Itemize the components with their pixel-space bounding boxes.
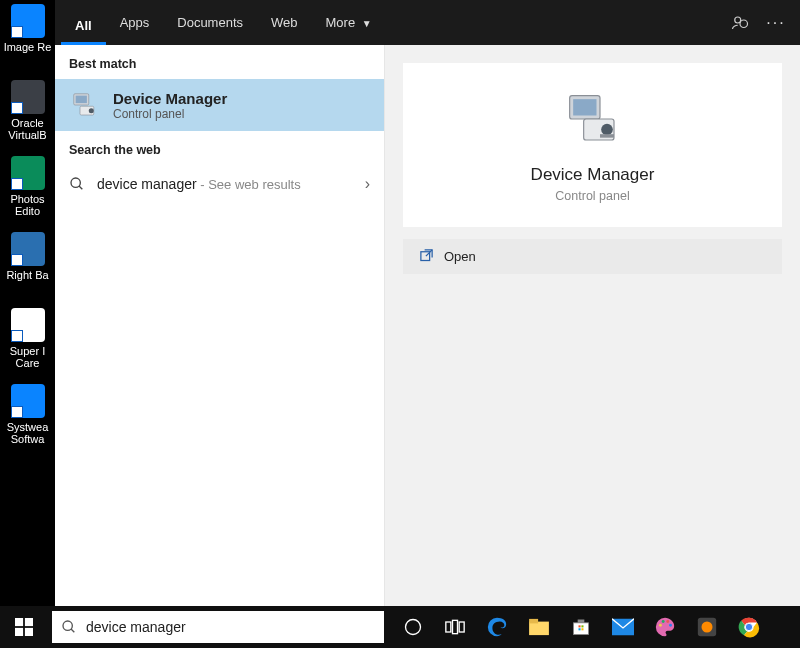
svg-line-7 — [79, 186, 82, 189]
open-icon — [419, 248, 434, 263]
svg-point-34 — [659, 624, 662, 627]
web-suffix: - See web results — [197, 177, 301, 192]
svg-rect-26 — [529, 619, 538, 624]
tab-more[interactable]: More ▼ — [312, 0, 386, 45]
result-subtitle: Control panel — [113, 107, 227, 121]
svg-rect-25 — [529, 622, 549, 636]
edge-icon[interactable] — [476, 606, 518, 648]
device-manager-icon — [565, 91, 621, 147]
desktop-icon[interactable]: Right Ba — [3, 232, 53, 302]
svg-rect-27 — [574, 623, 589, 635]
search-tabbar: All Apps Documents Web More ▼ ··· — [55, 0, 800, 45]
svg-point-5 — [89, 108, 94, 113]
desktop-icon-label: Image Re — [4, 41, 52, 53]
preview-title: Device Manager — [531, 165, 655, 185]
svg-rect-3 — [76, 96, 87, 104]
file-explorer-icon[interactable] — [518, 606, 560, 648]
svg-point-39 — [702, 622, 713, 633]
svg-rect-29 — [579, 625, 581, 627]
svg-rect-30 — [581, 625, 583, 627]
open-label: Open — [444, 249, 476, 264]
cortana-icon[interactable] — [392, 606, 434, 648]
feedback-icon[interactable] — [722, 5, 758, 41]
store-icon[interactable] — [560, 606, 602, 648]
desktop-icon[interactable]: Photos Edito — [3, 156, 53, 226]
desktop-icon[interactable]: Super I Care — [3, 308, 53, 378]
search-panel: All Apps Documents Web More ▼ ··· Best m… — [55, 0, 800, 606]
search-icon — [69, 176, 85, 192]
svg-point-11 — [601, 124, 613, 136]
start-button[interactable] — [0, 606, 48, 648]
chevron-right-icon: › — [365, 175, 370, 193]
desktop-icon-label: Oracle VirtualB — [3, 117, 53, 141]
svg-rect-12 — [600, 134, 614, 138]
svg-rect-32 — [581, 628, 583, 630]
desktop-icon-label: Super I Care — [3, 345, 53, 369]
web-query: device manager — [97, 176, 197, 192]
svg-point-6 — [71, 178, 80, 187]
desktop-icon-label: Systwea Softwa — [3, 421, 53, 445]
desktop-icon-label: Photos Edito — [3, 193, 53, 217]
desktop: Image Re Oracle VirtualB Photos Edito Ri… — [0, 0, 55, 606]
preview-card: Device Manager Control panel — [403, 63, 782, 227]
tab-web[interactable]: Web — [257, 0, 312, 45]
svg-rect-22 — [446, 622, 451, 632]
tab-apps[interactable]: Apps — [106, 0, 164, 45]
result-device-manager[interactable]: Device Manager Control panel — [55, 79, 384, 131]
mail-icon[interactable] — [602, 606, 644, 648]
svg-rect-31 — [579, 628, 581, 630]
chrome-icon[interactable] — [728, 606, 770, 648]
svg-rect-17 — [15, 628, 23, 636]
svg-line-20 — [71, 629, 74, 632]
svg-rect-24 — [459, 622, 464, 632]
tab-more-label: More — [326, 15, 356, 30]
desktop-icon[interactable]: Systwea Softwa — [3, 384, 53, 454]
svg-point-37 — [669, 624, 672, 627]
preview-subtitle: Control panel — [555, 189, 629, 203]
svg-point-36 — [666, 620, 669, 623]
svg-rect-28 — [578, 620, 585, 623]
svg-rect-18 — [25, 628, 33, 636]
tab-all[interactable]: All — [61, 0, 106, 45]
open-action[interactable]: Open — [403, 239, 782, 274]
svg-rect-9 — [573, 99, 596, 115]
svg-point-19 — [63, 621, 72, 630]
svg-rect-16 — [25, 618, 33, 626]
result-title: Device Manager — [113, 90, 227, 107]
section-best-match: Best match — [55, 45, 384, 79]
taskbar — [0, 606, 800, 648]
preview-column: Device Manager Control panel Open — [385, 45, 800, 606]
taskbar-search[interactable] — [52, 611, 384, 643]
results-column: Best match Device Manager Control panel … — [55, 45, 385, 606]
taskbar-icons — [392, 606, 770, 648]
svg-point-35 — [662, 620, 665, 623]
device-manager-icon — [69, 89, 101, 121]
more-options-icon[interactable]: ··· — [758, 5, 794, 41]
task-view-icon[interactable] — [434, 606, 476, 648]
tab-documents[interactable]: Documents — [163, 0, 257, 45]
svg-rect-23 — [453, 620, 458, 633]
app-icon[interactable] — [686, 606, 728, 648]
svg-point-21 — [406, 620, 421, 635]
search-input[interactable] — [86, 619, 384, 635]
chevron-down-icon: ▼ — [362, 18, 372, 29]
paint-icon[interactable] — [644, 606, 686, 648]
desktop-icon[interactable]: Oracle VirtualB — [3, 80, 53, 150]
section-search-web: Search the web — [55, 131, 384, 165]
web-search-result[interactable]: device manager - See web results › — [55, 165, 384, 203]
desktop-icon-label: Right Ba — [6, 269, 48, 281]
svg-point-1 — [740, 20, 748, 28]
desktop-icon[interactable]: Image Re — [3, 4, 53, 74]
svg-rect-15 — [15, 618, 23, 626]
search-icon — [52, 619, 86, 635]
